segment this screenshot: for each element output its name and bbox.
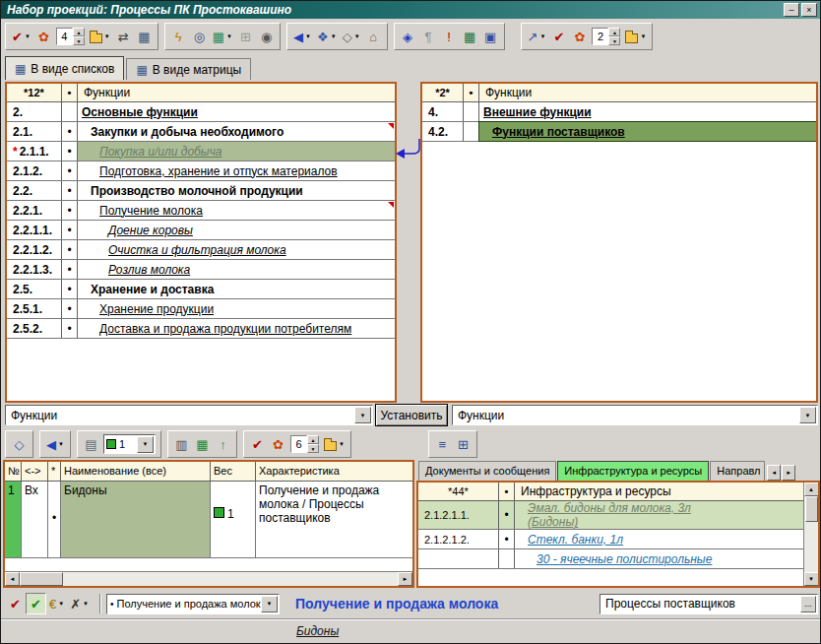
level2-spinner-up-icon[interactable]: ▲ — [608, 28, 620, 36]
scroll-down-button[interactable]: ▼ — [804, 572, 819, 586]
row-count-combo[interactable]: 1▼ — [103, 434, 156, 454]
table-row[interactable]: 2.1.2.1.2.•Стекл. банки, 1л — [418, 530, 803, 549]
home-edit-icon[interactable]: ⌂ — [363, 26, 384, 47]
table-row[interactable]: 2.5.•Хранение и доставка — [7, 280, 395, 299]
depth-spinner-up-icon[interactable]: ▲ — [307, 435, 319, 444]
table-row[interactable]: 4.Внешние функции — [422, 102, 816, 122]
check-grid-icon[interactable]: ▦ — [460, 26, 480, 47]
table-row[interactable]: 2.2.•Производство молочной продукции — [7, 181, 395, 201]
diamond-help-icon[interactable]: ◈ — [398, 26, 418, 47]
left-combo-arrow-icon[interactable]: ▼ — [354, 407, 371, 423]
right-projection-combo[interactable]: Функции ▼ — [452, 405, 818, 425]
chart-button[interactable]: ↗▼ — [525, 26, 549, 47]
table-row[interactable]: 2.5.2.•Доставка и продажа продукции потр… — [7, 319, 395, 339]
left-projection-combo[interactable]: Функции ▼ — [5, 405, 373, 425]
right-combo-arrow-icon[interactable]: ▼ — [799, 407, 816, 423]
highlight-icon[interactable]: ϟ — [168, 26, 189, 47]
preview-icon[interactable]: ◎ — [189, 26, 210, 47]
eraser-button[interactable]: ◇▼ — [340, 26, 363, 47]
table-row[interactable]: *2.1.1.•Покупка и/или добыча — [7, 142, 395, 161]
table-row[interactable]: 2.2.1.•Получение молока — [7, 201, 395, 221]
move-up-button[interactable]: ↑ — [213, 433, 233, 455]
function-combo-arrow-icon[interactable]: ▼ — [261, 596, 278, 612]
tabs-scroll-right-button[interactable]: ► — [782, 465, 795, 481]
close-button[interactable]: × — [801, 3, 817, 17]
sort-columns-icon[interactable]: ⇄ — [113, 26, 134, 47]
important-icon[interactable]: ! — [439, 26, 460, 47]
minimize-button[interactable]: – — [784, 3, 799, 17]
columns-icon[interactable]: ▥ — [171, 433, 192, 455]
level-spinner[interactable]: 4▲▼ — [56, 28, 85, 45]
browse-icon[interactable]: ◉ — [256, 26, 277, 47]
open-folder-mid-button[interactable]: ▼ — [321, 433, 347, 455]
hscroll-track[interactable] — [63, 572, 398, 586]
apply-check-button[interactable]: ✔▼ — [9, 26, 33, 47]
level-spinner-up-icon[interactable]: ▲ — [73, 28, 85, 36]
vertical-scrollbar[interactable]: ▲ ▼ — [803, 483, 818, 586]
row-dot-cell: • — [62, 181, 78, 200]
function-combo[interactable]: • Получение и продажа молок: ▼ — [106, 594, 280, 614]
green-grid-icon[interactable]: ▦ — [192, 433, 213, 455]
hscroll-thumb[interactable] — [20, 572, 63, 586]
table-row[interactable]: 2.1.•Закупки и добыча необходимого — [7, 122, 395, 142]
vscroll-track[interactable] — [805, 522, 818, 572]
table-row[interactable]: 2.1.2.1.1.•Эмал. бидоны для молока, 3л (… — [418, 501, 803, 530]
link-icon-glyph: ⊞ — [240, 31, 251, 43]
tab-documents[interactable]: Документы и сообщения — [418, 461, 556, 481]
apply-check2-button[interactable]: ✔ — [548, 26, 569, 47]
connection-row[interactable]: 1 Вх • Бидоны 1 Получение и продажа моло… — [5, 482, 412, 558]
process-path-field[interactable]: Процессы поставщиков ... — [600, 594, 818, 614]
tab-directions[interactable]: Направл — [710, 461, 765, 481]
table-row[interactable]: 2.2.1.3.•Розлив молока — [7, 260, 395, 280]
palette2-icon[interactable]: ✿ — [569, 26, 590, 47]
tab-matrix-view[interactable]: ▦ В виде матрицы — [126, 58, 251, 80]
matrix-icon[interactable]: ▦ — [134, 26, 155, 47]
open-folder-button[interactable]: ▼ — [87, 26, 113, 47]
table-row[interactable]: 2.1.2.•Подготовка, хранение и отпуск мат… — [7, 161, 395, 181]
money-button[interactable]: €▼ — [46, 593, 67, 614]
apply-check-mid-button[interactable]: ✔ — [247, 433, 268, 455]
table-row[interactable]: 2.2.1.2.•Очистка и фильтрация молока — [7, 240, 395, 260]
scroll-right-button[interactable]: ► — [398, 572, 412, 586]
level2-spinner[interactable]: 2▲▼ — [592, 28, 620, 45]
save-icon[interactable]: ▣ — [480, 26, 501, 47]
row-count-combo-arrow-icon[interactable]: ▼ — [137, 436, 154, 453]
link-icon[interactable]: ⊞ — [235, 26, 256, 47]
route-icon[interactable]: ❖▼ — [314, 26, 340, 47]
depth-spinner[interactable]: 6▲▼ — [290, 435, 319, 453]
tabs-scroll-left-button[interactable]: ◄ — [767, 465, 781, 481]
palette-mid-icon[interactable]: ✿ — [268, 433, 288, 455]
open-folder2-button[interactable]: ▼ — [622, 26, 649, 47]
depth-spinner-down-icon[interactable]: ▼ — [307, 444, 319, 453]
set-button[interactable]: Установить — [375, 404, 448, 426]
tree-list-icon[interactable]: ≡ — [432, 433, 453, 455]
table-row[interactable]: 4.2.Функции поставщиков — [422, 122, 816, 142]
browse-ellipsis-button[interactable]: ... — [800, 596, 816, 612]
colored-grid-button[interactable]: ▦▼ — [210, 26, 235, 47]
palette-icon[interactable]: ✿ — [33, 26, 54, 47]
confirm-selection-button[interactable]: ✔ — [26, 593, 46, 614]
legend-icon[interactable]: ▤ — [81, 433, 101, 455]
nav-back-button[interactable]: ◀▼ — [43, 433, 67, 455]
apply-check2-button-glyph: ✔ — [553, 31, 564, 43]
table-row[interactable]: 2.2.1.1.•Доение коровы — [7, 221, 395, 240]
scroll-left-button[interactable]: ◄ — [5, 572, 20, 586]
functions-panel-left: *12* • Функции 2.Основные функции2.1.•За… — [5, 82, 397, 403]
scroll-up-button[interactable]: ▲ — [804, 483, 819, 496]
table-row[interactable]: 30 - ячеечные полистирольные — [418, 549, 803, 569]
vscroll-thumb[interactable] — [805, 496, 818, 522]
tree-branch-icon[interactable]: ⊞ — [453, 433, 474, 455]
back-button[interactable]: ◀▼ — [290, 26, 314, 47]
pilcrow-icon[interactable]: ¶ — [418, 26, 439, 47]
table-row[interactable]: 2.5.1.•Хранение продукции — [7, 299, 395, 319]
delete-button[interactable]: ✗▼ — [67, 593, 92, 614]
tab-infrastructure[interactable]: Инфраструктура и ресурсы — [557, 461, 709, 481]
diamond-button[interactable]: ◇ — [9, 433, 30, 455]
tab-list-view[interactable]: ▦ В виде списков — [5, 56, 124, 80]
table-row[interactable]: 2.Основные функции — [7, 102, 395, 122]
status-check-icon[interactable]: ✔ — [5, 593, 26, 614]
horizontal-scrollbar[interactable]: ◄ ► — [5, 571, 412, 586]
level-spinner-down-icon[interactable]: ▼ — [73, 36, 85, 45]
level2-spinner-down-icon[interactable]: ▼ — [608, 36, 620, 45]
title-bar[interactable]: Набор проекций: Процессы ПК Простоквашин… — [1, 1, 820, 19]
